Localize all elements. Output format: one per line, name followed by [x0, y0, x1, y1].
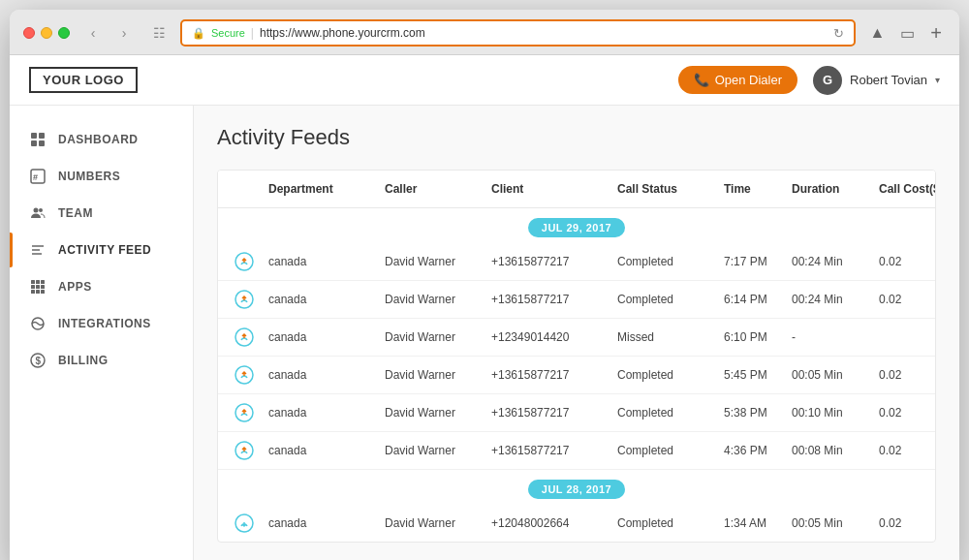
cell-client: +13615877217: [491, 255, 617, 268]
cell-client: +13615877217: [491, 368, 617, 382]
table-row: canada David Warner +12048002664 Complet…: [218, 505, 935, 542]
svg-rect-17: [31, 290, 35, 294]
table-row: canada David Warner +13615877217 Complet…: [218, 394, 935, 432]
dashboard-icon: [29, 131, 47, 148]
col-duration: Duration: [792, 182, 879, 196]
avatar: G: [813, 66, 842, 95]
svg-point-7: [39, 208, 43, 212]
cell-duration: 00:24 Min: [792, 293, 879, 306]
browser-window: ‹ › ☷ 🔒 Secure | https://www.phone.yourc…: [10, 10, 959, 560]
sidebar-toggle-button[interactable]: ☷: [147, 22, 171, 44]
cell-cost: 0.02: [879, 444, 936, 457]
cell-caller: David Warner: [385, 330, 491, 344]
app-area: YOUR LOGO 📞 Open Dialer G Robert Tovian …: [10, 55, 959, 560]
secure-label: Secure: [211, 27, 245, 39]
duplicate-button[interactable]: ▭: [896, 22, 919, 45]
inbound-call-icon: [234, 440, 255, 461]
col-status: Call Status: [617, 182, 724, 196]
nav-buttons: ‹ ›: [79, 22, 138, 44]
cell-time: 5:45 PM: [724, 368, 792, 382]
cell-client: +13615877217: [491, 293, 617, 306]
col-caller: Caller: [385, 182, 491, 196]
cell-cost: 0.02: [879, 368, 936, 382]
inbound-call-icon: [234, 402, 255, 423]
cell-department: canada: [268, 516, 385, 530]
sidebar-item-label: APPS: [58, 280, 92, 294]
svg-text:#: #: [33, 172, 39, 182]
cell-time: 7:17 PM: [724, 255, 792, 268]
sidebar-item-billing[interactable]: $ BILLING: [10, 342, 193, 379]
sidebar-item-numbers[interactable]: # NUMBERS: [10, 158, 193, 195]
apps-icon: [29, 278, 47, 296]
inbound-call-icon: [234, 364, 255, 386]
col-cost: Call Cost($): [879, 182, 936, 196]
sidebar-item-dashboard[interactable]: DASHBOARD: [10, 121, 193, 158]
svg-rect-12: [36, 280, 40, 284]
inbound-call-icon: [234, 327, 255, 348]
open-dialer-button[interactable]: 📞 Open Dialer: [678, 66, 797, 94]
address-bar[interactable]: 🔒 Secure | https://www.phone.yourcrm.com…: [180, 19, 856, 47]
table-header: Department Caller Client Call Status Tim…: [218, 171, 935, 208]
team-icon: [29, 204, 47, 222]
svg-rect-0: [31, 133, 37, 139]
cell-status: Missed: [617, 330, 724, 344]
cell-department: canada: [268, 293, 385, 306]
svg-rect-11: [31, 280, 35, 284]
table-row: canada David Warner +13615877217 Complet…: [218, 357, 935, 394]
sidebar-item-label: ACTIVITY FEED: [58, 243, 151, 257]
cell-client: +12349014420: [491, 330, 617, 344]
integrations-icon: [29, 315, 47, 332]
sidebar-item-activity-feed[interactable]: ACTIVITY FEED: [10, 232, 193, 268]
inbound-call-icon: [234, 289, 255, 310]
cell-time: 4:36 PM: [724, 444, 792, 457]
reload-icon[interactable]: ↻: [833, 26, 844, 41]
numbers-icon: #: [29, 168, 47, 185]
open-dialer-label: Open Dialer: [715, 73, 782, 87]
billing-icon: $: [29, 352, 47, 369]
main-layout: DASHBOARD # NUMBERS: [10, 106, 959, 560]
cell-time: 6:10 PM: [724, 330, 792, 344]
sidebar-item-label: DASHBOARD: [58, 133, 139, 146]
forward-button[interactable]: ›: [110, 22, 138, 44]
cell-status: Completed: [617, 368, 724, 382]
user-name: Robert Tovian: [850, 73, 927, 87]
sidebar-item-apps[interactable]: APPS: [10, 268, 193, 305]
cell-cost: 0.02: [879, 293, 936, 306]
date-separator-jul29: JUL 29, 2017: [218, 208, 935, 243]
sidebar-item-team[interactable]: TEAM: [10, 195, 193, 232]
cell-status: Completed: [617, 444, 724, 457]
inbound-call-icon: [234, 513, 255, 534]
table-row: canada David Warner +13615877217 Complet…: [218, 243, 935, 281]
close-button[interactable]: [23, 27, 35, 39]
activity-feed-icon: [29, 241, 47, 259]
back-button[interactable]: ‹: [79, 22, 107, 44]
table-row: canada David Warner +13615877217 Complet…: [218, 281, 935, 319]
chevron-down-icon: ▾: [935, 75, 940, 85]
page-title: Activity Feeds: [217, 125, 936, 150]
cell-caller: David Warner: [385, 516, 491, 530]
cell-cost: 0.02: [879, 406, 936, 420]
table-row: canada David Warner +12349014420 Missed …: [218, 319, 935, 357]
cell-status: Completed: [617, 255, 724, 268]
cell-caller: David Warner: [385, 255, 491, 268]
cell-cost: 0.02: [879, 516, 936, 530]
svg-rect-16: [41, 285, 45, 289]
share-button[interactable]: ▲: [865, 22, 889, 44]
svg-rect-3: [39, 140, 45, 146]
maximize-button[interactable]: [58, 27, 70, 39]
cell-client: +12048002664: [491, 516, 617, 530]
svg-rect-15: [36, 285, 40, 289]
new-tab-button[interactable]: +: [926, 22, 946, 45]
logo: YOUR LOGO: [29, 67, 138, 93]
inbound-call-icon: [234, 251, 255, 272]
col-client: Client: [491, 182, 617, 196]
minimize-button[interactable]: [41, 27, 52, 39]
cell-client: +13615877217: [491, 406, 617, 420]
content-area: Activity Feeds Department Caller Client …: [194, 106, 959, 560]
user-menu[interactable]: G Robert Tovian ▾: [813, 66, 940, 95]
browser-actions: ▲ ▭ +: [865, 22, 946, 45]
sidebar-item-integrations[interactable]: INTEGRATIONS: [10, 305, 193, 342]
url-text: https://www.phone.yourcrm.com: [260, 26, 828, 40]
table-row: canada David Warner +13615877217 Complet…: [218, 432, 935, 470]
cell-department: canada: [268, 330, 385, 344]
